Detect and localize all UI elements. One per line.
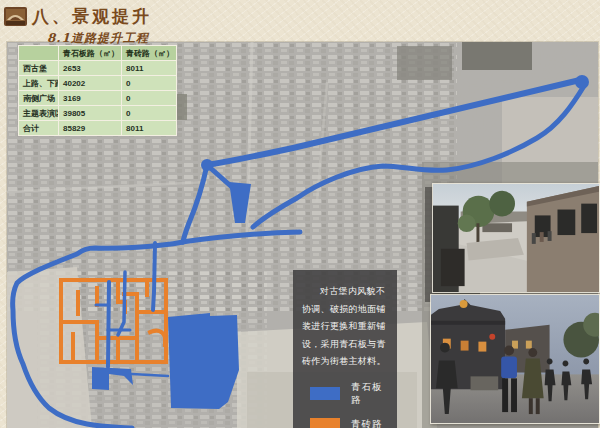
area-table: 青石板路（㎡） 青砖路（㎡） 西古堡 2653 8011 上路、下路 40202…: [18, 45, 177, 136]
route-node: [201, 159, 213, 171]
route-node: [575, 75, 589, 89]
table-row-label: 合计: [19, 121, 58, 135]
legend-item-bluestone: 青石板路: [302, 381, 388, 407]
legend-label: 青石板路: [351, 381, 388, 407]
table-row-label: 主题表演区: [19, 106, 58, 120]
legend: 青石板路 青砖路: [302, 381, 388, 428]
photo-street-day: [432, 183, 600, 293]
table-row-label: 上路、下路: [19, 76, 58, 90]
header-stamp-icon: [3, 4, 28, 29]
table-cell-stone: 2653: [59, 61, 121, 75]
legend-item-brick: 青砖路: [302, 418, 388, 428]
legend-label: 青砖路: [351, 418, 383, 428]
info-box: 对古堡内风貌不协调、破损的地面铺装进行更换和重新铺设，采用青石板与青砖作为街巷主…: [293, 270, 397, 428]
table-cell-brick: 0: [122, 106, 176, 120]
legend-swatch-brick: [310, 418, 340, 428]
table-cell-stone: 39805: [59, 106, 121, 120]
header: 八、景观提升 8.1道路提升工程: [3, 4, 152, 47]
table-cell-brick: 8011: [122, 121, 176, 135]
table-cell-brick: 8011: [122, 61, 176, 75]
table-header-cell-brick: 青砖路（㎡）: [122, 46, 176, 60]
page-title: 八、景观提升: [32, 4, 152, 29]
info-text: 对古堡内风貌不协调、破损的地面铺装进行更换和重新铺设，采用青石板与青砖作为街巷主…: [302, 283, 388, 371]
table-header-cell-stone: 青石板路（㎡）: [59, 46, 121, 60]
table-cell-stone: 40202: [59, 76, 121, 90]
performance-area-polygon: [168, 313, 239, 409]
table-header-cell: [19, 46, 58, 60]
legend-swatch-bluestone: [310, 387, 340, 400]
photo-street-dusk: [430, 294, 600, 424]
table-cell-stone: 85829: [59, 121, 121, 135]
table-row-label: 南侧广场: [19, 91, 58, 105]
table-cell-brick: 0: [122, 76, 176, 90]
slide: 八、景观提升 8.1道路提升工程: [0, 0, 600, 428]
table-row-label: 西古堡: [19, 61, 58, 75]
table-cell-stone: 3169: [59, 91, 121, 105]
table-cell-brick: 0: [122, 91, 176, 105]
